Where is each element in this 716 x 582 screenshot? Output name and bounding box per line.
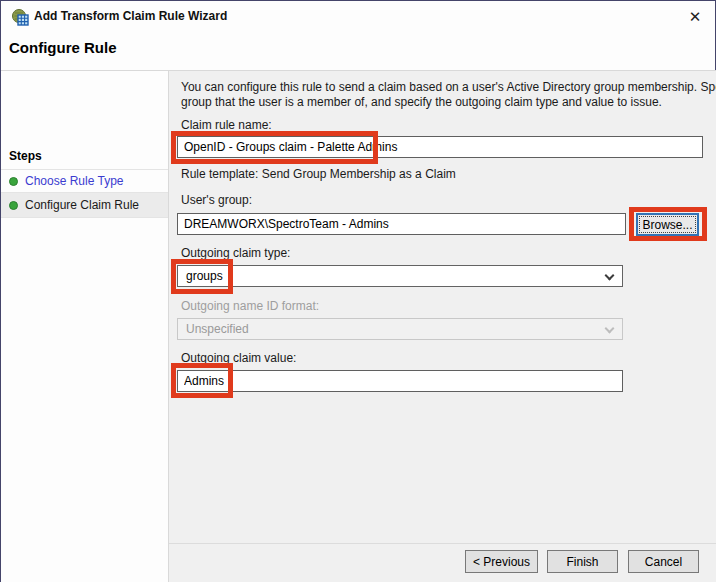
claim-rule-name-input[interactable] — [177, 136, 703, 158]
rule-description-line1: You can configure this rule to send a cl… — [181, 80, 716, 95]
sidebar-item-configure-claim-rule[interactable]: Configure Claim Rule — [1, 192, 168, 218]
outgoing-claim-value-input[interactable] — [177, 370, 623, 392]
finish-button[interactable]: Finish — [547, 550, 618, 573]
page-title: Configure Rule — [9, 39, 117, 56]
outgoing-claim-value-label: Outgoing claim value: — [181, 351, 296, 365]
steps-header: Steps — [9, 149, 42, 163]
claim-rule-name-label: Claim rule name: — [181, 118, 272, 132]
previous-button[interactable]: < Previous — [465, 550, 538, 573]
chevron-down-icon — [605, 271, 615, 281]
window-title: Add Transform Claim Rule Wizard — [34, 9, 227, 23]
close-icon[interactable]: ✕ — [683, 6, 707, 28]
configure-rule-panel: You can configure this rule to send a cl… — [169, 71, 716, 582]
rule-description: You can configure this rule to send a cl… — [181, 80, 716, 110]
claim-rule-wizard-icon — [11, 8, 30, 27]
title-bar: Add Transform Claim Rule Wizard ✕ — [1, 1, 715, 33]
browse-button[interactable]: Browse... — [636, 213, 699, 236]
rule-template-text: Rule template: Send Group Membership as … — [181, 167, 456, 181]
steps-sidebar: Steps Choose Rule Type Configure Claim R… — [1, 71, 168, 582]
cancel-button[interactable]: Cancel — [628, 550, 699, 573]
wizard-dialog: Add Transform Claim Rule Wizard ✕ Config… — [0, 0, 716, 582]
outgoing-name-id-format-value: Unspecified — [186, 322, 249, 336]
outgoing-claim-type-value: groups — [186, 269, 223, 283]
sidebar-item-choose-rule-type[interactable]: Choose Rule Type — [1, 169, 168, 192]
outgoing-name-id-format-select: Unspecified — [177, 318, 623, 340]
outgoing-name-id-format-label: Outgoing name ID format: — [181, 299, 319, 313]
sidebar-item-label: Configure Claim Rule — [25, 198, 139, 212]
outgoing-claim-type-select[interactable]: groups — [177, 265, 623, 287]
users-group-input[interactable] — [177, 213, 626, 235]
step-complete-dot-icon — [9, 177, 18, 186]
footer-divider — [169, 543, 716, 544]
rule-description-line2: group that the user is a member of, and … — [181, 95, 716, 110]
users-group-label: User's group: — [181, 193, 252, 207]
step-current-dot-icon — [9, 201, 18, 210]
chevron-down-icon — [605, 324, 615, 334]
sidebar-item-label: Choose Rule Type — [25, 174, 124, 188]
outgoing-claim-type-label: Outgoing claim type: — [181, 246, 290, 260]
